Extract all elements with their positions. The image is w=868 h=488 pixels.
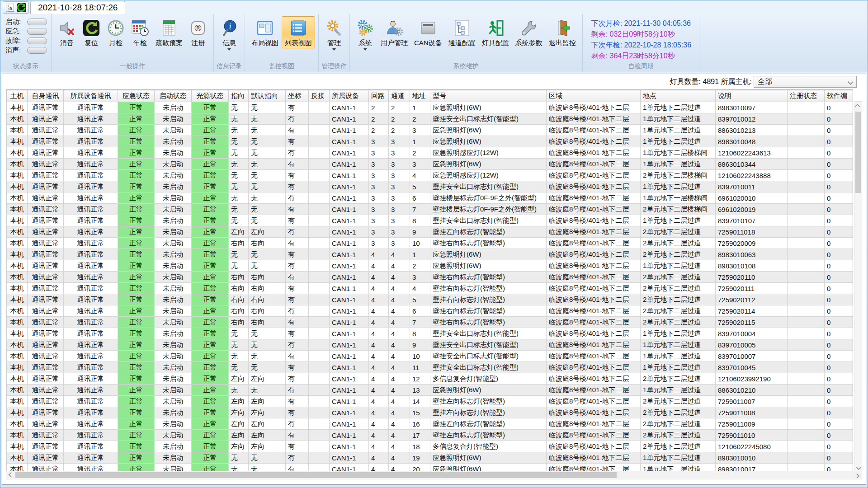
table-row[interactable]: 本机通讯正常通讯正常正常未启动正常右向右向有CAN1-1444壁挂右向标志灯(智… (7, 283, 854, 294)
system-label: 系统 (359, 39, 372, 47)
table-row[interactable]: 本机通讯正常通讯正常正常未启动正常无无有CAN1-14410壁挂安全出口标志灯(… (7, 351, 854, 362)
table-row[interactable]: 本机通讯正常通讯正常正常未启动正常右向右向有CAN1-1447壁挂右向标志灯(智… (7, 317, 854, 328)
column-header-host[interactable]: 主机 (7, 90, 28, 102)
lamp-config-button[interactable]: 灯具配置 (479, 16, 512, 48)
column-header-reverse[interactable]: 反接 (309, 90, 330, 102)
horizontal-scroll-thumb[interactable] (15, 472, 617, 478)
table-row[interactable]: 本机通讯正常通讯正常正常未启动正常无无有CAN1-14419应急照明灯(6W)临… (7, 452, 854, 464)
scroll-right-button[interactable] (854, 471, 862, 479)
table-row[interactable]: 本机通讯正常通讯正常正常未启动正常无无有CAN1-1441应急照明灯(6W)临波… (7, 249, 854, 260)
can-device-button[interactable]: CAN设备 (411, 16, 445, 48)
mute-button[interactable]: 消音 (55, 16, 79, 48)
column-header-sw[interactable]: 软件编 (825, 90, 854, 102)
table-row[interactable]: 本机通讯正常通讯正常正常未启动正常左向左向有CAN1-14414壁挂左向标志灯(… (7, 396, 854, 407)
cell-channel: 3 (389, 204, 410, 215)
column-header-place[interactable]: 地点 (641, 90, 716, 102)
manage-button[interactable]: 管理 (322, 16, 346, 54)
table-row[interactable]: 本机通讯正常通讯正常正常未启动正常右向右向有CAN1-1443壁挂右向标志灯(智… (7, 272, 854, 283)
column-header-addr[interactable]: 地址 (410, 90, 430, 102)
column-header-light[interactable]: 光源状态 (192, 90, 229, 102)
table-row[interactable]: 本机通讯正常通讯正常正常未启动正常左向左向有CAN1-14416壁挂左向标志灯(… (7, 418, 854, 430)
cell-dev_comm: 通讯正常 (64, 159, 118, 170)
column-header-emergency[interactable]: 应急状态 (118, 90, 155, 102)
channel-config-button[interactable]: 通道配置 (445, 16, 479, 48)
host-filter-select[interactable]: 全部 (754, 76, 857, 88)
evacuation-plan-button[interactable]: 疏散预案 (152, 16, 186, 48)
column-header-area[interactable]: 区域 (547, 90, 641, 102)
cell-desc: 8983010048 (716, 136, 788, 147)
cell-channel: 4 (389, 441, 410, 452)
table-row[interactable]: 本机通讯正常通讯正常正常未启动正常无无有CAN1-1331应急照明灯(6W)临波… (7, 136, 854, 147)
user-management-button[interactable]: 用户管理 (377, 16, 411, 48)
register-button[interactable]: ® 注册 (186, 16, 210, 48)
cell-desc: 8983010097 (716, 102, 788, 113)
table-row[interactable]: 本机通讯正常通讯正常正常未启动正常无无有CAN1-1338壁挂安全出口标志灯(智… (7, 215, 854, 226)
cell-reverse (309, 362, 330, 373)
column-header-model[interactable]: 型号 (430, 90, 547, 102)
table-row[interactable]: 本机通讯正常通讯正常正常未启动正常左向左向有CAN1-14412多信息复合灯(智… (7, 373, 854, 385)
reset-button[interactable]: 复位 (79, 16, 104, 48)
system-button[interactable]: 系统 (353, 16, 377, 54)
table-row[interactable]: 本机通讯正常通讯正常正常未启动正常无无有CAN1-1333应急照明灯(6W)临波… (7, 159, 854, 170)
table-row[interactable]: 本机通讯正常通讯正常正常未启动正常左向左向有CAN1-1339壁挂左向标志灯(智… (7, 226, 854, 238)
layout-view-button[interactable]: 布局视图 (248, 16, 282, 48)
table-row[interactable]: 本机通讯正常通讯正常正常未启动正常无无有CAN1-1336壁挂楼层标志灯0F-9… (7, 192, 854, 204)
info-button[interactable]: i 信息 (217, 16, 241, 54)
cell-host: 本机 (7, 452, 28, 464)
table-row[interactable]: 本机通讯正常通讯正常正常未启动正常无无有CAN1-14411壁挂安全出口标志灯(… (7, 362, 854, 373)
table-row[interactable]: 本机通讯正常通讯正常正常未启动正常无无有CAN1-1221应急照明灯(6W)临波… (7, 102, 854, 113)
column-header-loop[interactable]: 回路 (369, 90, 389, 102)
table-row[interactable]: 本机通讯正常通讯正常正常未启动正常无无有CAN1-1449壁挂安全出口标志灯(智… (7, 339, 854, 351)
cell-sw: 0 (825, 396, 854, 407)
table-row[interactable]: 本机通讯正常通讯正常正常未启动正常无无有CAN1-1334应急照明感应灯(12W… (7, 170, 854, 181)
column-header-coord[interactable]: 坐标 (286, 90, 309, 102)
table-row[interactable]: 本机通讯正常通讯正常正常未启动正常左向左向有CAN1-14417壁挂左向标志灯(… (7, 430, 854, 441)
column-header-dev_comm[interactable]: 所属设备通讯 (64, 90, 118, 102)
scroll-left-button[interactable] (6, 471, 14, 479)
table-row[interactable]: 本机通讯正常通讯正常正常未启动正常无无有CAN1-14413应急照明灯(6W)临… (7, 385, 854, 396)
form-icon[interactable]: a (5, 3, 15, 13)
cell-desc: 8397010005 (716, 339, 788, 351)
cell-self_comm: 通讯正常 (28, 441, 64, 452)
column-header-start[interactable]: 启动状态 (155, 90, 192, 102)
table-row[interactable]: 本机通讯正常通讯正常正常未启动正常无无有CAN1-1223应急照明灯(6W)临波… (7, 125, 854, 136)
column-header-dir[interactable]: 指向 (229, 90, 249, 102)
table-row[interactable]: 本机通讯正常通讯正常正常未启动正常右向右向有CAN1-1445壁挂右向标志灯(智… (7, 294, 854, 305)
table-row[interactable]: 本机通讯正常通讯正常正常未启动正常左向左向有CAN1-14418多信息复合灯(智… (7, 441, 854, 452)
reset-icon (82, 19, 100, 37)
vertical-scroll-thumb[interactable] (855, 112, 861, 193)
refresh-arrow-icon[interactable] (17, 3, 27, 13)
column-header-reg[interactable]: 注册状态 (788, 90, 825, 102)
annual-check-button[interactable]: 年检 (128, 16, 152, 48)
table-row[interactable]: 本机通讯正常通讯正常正常未启动正常无无有CAN1-1335壁挂安全出口标志灯(智… (7, 181, 854, 192)
cell-emergency: 正常 (118, 441, 155, 452)
cell-channel: 3 (389, 226, 410, 238)
column-header-self_comm[interactable]: 自身通讯 (28, 90, 64, 102)
column-header-desc[interactable]: 说明 (716, 90, 788, 102)
cell-dev_comm: 通讯正常 (64, 181, 118, 192)
cell-model: 应急照明灯(6W) (430, 125, 547, 136)
horizontal-scrollbar[interactable] (6, 471, 862, 479)
table-row[interactable]: 本机通讯正常通讯正常正常未启动正常左向左向有CAN1-14415壁挂左向标志灯(… (7, 407, 854, 418)
table-row[interactable]: 本机通讯正常通讯正常正常未启动正常右向右向有CAN1-1446壁挂右向标志灯(智… (7, 305, 854, 317)
vertical-scrollbar[interactable] (854, 101, 862, 473)
scroll-up-button[interactable] (854, 102, 862, 110)
column-header-dir[interactable]: 默认指向 (249, 90, 286, 102)
cell-place: 2单元地下二层过道 (641, 294, 716, 305)
cell-place: 2单元地下二层过道 (641, 226, 716, 238)
table-row[interactable]: 本机通讯正常通讯正常正常未启动正常右向右向有CAN1-13310壁挂右向标志灯(… (7, 238, 854, 249)
table-row[interactable]: 本机通讯正常通讯正常正常未启动正常无无有CAN1-1337壁挂楼层标志灯0F-9… (7, 204, 854, 215)
column-header-device[interactable]: 所属设备 (330, 90, 369, 102)
cell-light: 正常 (192, 328, 229, 339)
monthly-check-button[interactable]: 月检 (104, 16, 128, 48)
table-row[interactable]: 本机通讯正常通讯正常正常未启动正常无无有CAN1-1332应急照明感应灯(12W… (7, 147, 854, 159)
cell-dir: 无 (229, 351, 249, 362)
table-row[interactable]: 本机通讯正常通讯正常正常未启动正常无无有CAN1-1222壁挂安全出口标志灯(智… (7, 113, 854, 125)
list-view-button[interactable]: 列表视图 (282, 16, 315, 48)
cell-start: 未启动 (155, 113, 192, 125)
table-row[interactable]: 本机通讯正常通讯正常正常未启动正常无无有CAN1-1448壁挂安全出口标志灯(智… (7, 328, 854, 339)
table-row[interactable]: 本机通讯正常通讯正常正常未启动正常无无有CAN1-1442应急照明灯(6W)临波… (7, 260, 854, 272)
system-params-button[interactable]: 系统参数 (512, 16, 546, 48)
exit-monitor-button[interactable]: 退出监控 (546, 16, 579, 48)
column-header-channel[interactable]: 通道 (389, 90, 410, 102)
